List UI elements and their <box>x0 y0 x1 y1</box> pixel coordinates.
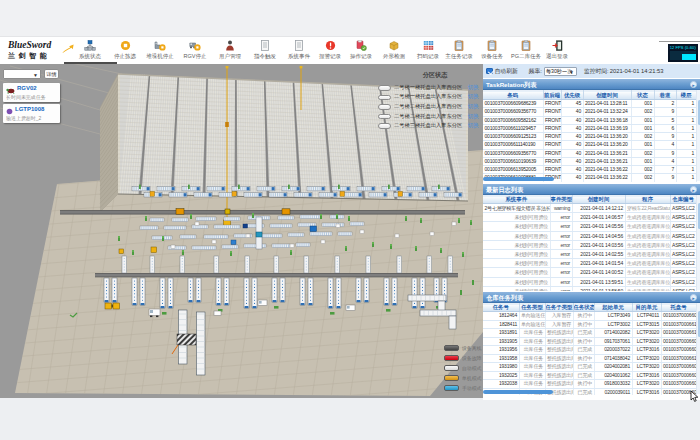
table-cell: 2021-04-01 13:36:20 <box>583 141 631 149</box>
auto-refresh-checkbox[interactable] <box>486 68 493 75</box>
zone-switch-link[interactable]: 切换 <box>468 113 479 121</box>
toolbar-item-15[interactable]: 退出登录 <box>535 39 579 64</box>
table-cell: 1932025 <box>483 371 519 380</box>
table-row[interactable]: 1931958出库任务整托拣选出库执行中0714038042LCTP302000… <box>483 354 696 363</box>
zone-toggle-pill[interactable] <box>378 114 391 120</box>
column-header[interactable]: 任务状态 <box>573 304 594 312</box>
device-alert-card[interactable]: LGTP1008输送上货超时_2 <box>3 104 60 123</box>
table-row[interactable]: 1931956出库任务整托拣选出库已完成0200037022LCTP301600… <box>483 346 696 355</box>
table-row[interactable]: 00100370006611140190FRONT402021-04-01 13… <box>483 141 696 149</box>
table-row[interactable]: 未找到可用货位error2021-04-01 14:05:56生成跨巷道调库库位… <box>483 222 696 231</box>
table-cell: ASRS,LC2 <box>670 259 696 268</box>
table-row[interactable]: 1931905出库任务整托拣选出库执行中0917037061LCTP302000… <box>483 337 696 346</box>
zone-switch-link[interactable]: 切换 <box>468 93 479 101</box>
zone-switch-link[interactable]: 切换 <box>468 122 479 130</box>
column-header[interactable]: 任务号 <box>483 304 519 312</box>
table-cell: 出库任务 <box>519 371 545 380</box>
column-header[interactable]: 优先级 <box>561 91 583 100</box>
table-row[interactable]: 1828411单向输送任务入库暂存执行中LCTP3002LCTP30150010… <box>483 320 696 329</box>
column-header[interactable]: 仓库编号 <box>670 196 696 204</box>
vertical-scrollbar[interactable] <box>696 195 700 290</box>
zone-switch-link[interactable]: 切换 <box>468 84 479 92</box>
table-row[interactable]: 00100370006609582162FRONT402021-04-01 13… <box>483 116 696 124</box>
chevron-down-icon: ▼ <box>569 69 574 76</box>
column-header[interactable]: 目的单元 <box>632 304 661 312</box>
table-row[interactable]: 00100370006613952005FRONT402021-04-01 13… <box>483 166 696 174</box>
column-header[interactable]: 托盘号 <box>661 304 696 312</box>
refresh-bar: 自动刷新 频率: 每30秒一次 ▼ 监控时间: 2021-04-01 14:21… <box>483 64 700 78</box>
column-header[interactable]: 前后端 <box>543 91 561 100</box>
table-row[interactable]: 1932038出库任务整托拣选出库执行中0918003032LCTP302000… <box>483 380 696 389</box>
collapse-arrow-icon[interactable]: ▸ <box>690 294 697 301</box>
table-row[interactable]: 1931891出库任务整托拣选出库已完成0714002082LCTP302000… <box>483 329 696 338</box>
table-head: 条码前后端优先级创建时间状态巷道楼层 <box>483 91 696 100</box>
table-row[interactable]: 未找到可用货位error2021-04-01 14:06:57生成跨巷道调库库位… <box>483 213 696 222</box>
zone-toggle-pill[interactable] <box>378 95 391 101</box>
table-row[interactable]: 00100370006609125123FRONT402021-04-01 13… <box>483 133 696 141</box>
zone-toggle-pill[interactable] <box>378 104 391 110</box>
table-cell: 2021-04-01 13:36:22 <box>583 174 631 182</box>
table-cell: 00100370006609356770 <box>483 108 543 116</box>
alert-message: 长时间未完成任务 <box>6 93 56 100</box>
column-header[interactable]: 系统事件 <box>483 196 550 204</box>
collapse-arrow-icon[interactable]: ▸ <box>690 186 697 193</box>
column-header[interactable]: 事件类型 <box>550 196 572 204</box>
column-header[interactable]: 创建时间 <box>583 91 631 100</box>
table-cell: 1931956 <box>483 346 519 355</box>
table-row[interactable]: 00100370006610190639FRONT402021-04-01 13… <box>483 157 696 165</box>
warehouse-3d-viewport[interactable]: ▼ 详情 RGV02长时间未完成任务LGTP1008输送上货超时_2 分区状态 … <box>0 64 483 398</box>
frequency-select[interactable]: 每30秒一次 ▼ <box>544 67 577 76</box>
fps-stats-panel[interactable]: 12 FPS (0-60) <box>668 44 698 62</box>
table-row[interactable]: 2号七层穿梭车报文错误 非法长度warning2021-04-01 14:12:… <box>483 204 696 213</box>
table-row[interactable]: 未找到可用货位error2021-04-01 14:02:55生成跨巷道调库库位… <box>483 250 696 259</box>
table-cell: 单向输送任务 <box>519 320 545 329</box>
zone-switch-link[interactable]: 切换 <box>468 103 479 111</box>
table-row[interactable]: 00100370006609686239FRONT452021-04-01 13… <box>483 100 696 108</box>
fps-stats-text: 12 FPS (0-60) <box>668 44 695 50</box>
device-filter-select[interactable]: ▼ <box>3 69 41 79</box>
table-cell: 出库任务 <box>519 363 545 372</box>
column-header[interactable]: 巷道 <box>654 91 676 100</box>
table-cell: 1 <box>676 108 696 116</box>
horizontal-scrollbar-thumb[interactable] <box>483 390 553 395</box>
column-header[interactable]: 状态 <box>631 91 654 100</box>
table-cell: ASRS,LC2 <box>670 204 696 213</box>
column-header[interactable]: 创建时间 <box>572 196 625 204</box>
device-alert-card[interactable]: RGV02长时间未完成任务 <box>3 83 60 102</box>
table-row[interactable]: 未找到可用货位error2021-04-01 14:04:56生成跨巷道调库库位… <box>483 231 696 240</box>
table-cell: 0200039011 <box>594 388 632 395</box>
collapse-arrow-icon[interactable]: ▸ <box>690 81 697 88</box>
vertical-scrollbar[interactable] <box>696 303 700 394</box>
table-row[interactable]: 00100370006609356770FRONT402021-04-01 13… <box>483 108 696 116</box>
mouse-cursor <box>690 388 699 406</box>
table-header-row: 系统事件事件类型创建时间程序仓库编号 <box>483 196 696 204</box>
table-row[interactable]: 未找到可用货位error2021-04-01 13:59:51生成跨巷道调库库位… <box>483 277 696 286</box>
column-header[interactable]: 条码 <box>483 91 543 100</box>
table-row[interactable]: 未找到可用货位error2021-04-01 14:00:52生成跨巷道调库库位… <box>483 268 696 277</box>
details-button[interactable]: 详情 <box>44 69 59 79</box>
zone-toggle-pill[interactable] <box>378 123 391 129</box>
column-header[interactable]: 任务类型 <box>519 304 545 312</box>
table-row[interactable]: 1932025出库任务整托拣选出库已完成0204001062LCTP301600… <box>483 371 696 380</box>
table-row[interactable]: 1812464单向输送任务入库暂存执行中LCTP3049LCTP40110010… <box>483 312 696 321</box>
table-cell: error <box>550 222 572 231</box>
column-header[interactable]: 楼层 <box>676 91 696 100</box>
horizontal-scrollbar-thumb[interactable] <box>483 177 554 182</box>
column-header[interactable]: 程序 <box>625 196 670 204</box>
zone-status-panel: 分区状态 二号楼一楼托盘出入库西分区切换二号楼一楼托盘出入库东分区切换二号楼二楼… <box>372 71 480 131</box>
table-row[interactable]: 00100370006611029457FRONT402021-04-01 13… <box>483 124 696 132</box>
table-title-bar-log: 最新日志列表▸ <box>483 184 700 195</box>
table-row[interactable]: 00100370006609356770FRONT402021-04-01 13… <box>483 149 696 157</box>
zone-toggle-pill[interactable] <box>378 85 391 91</box>
vertical-scrollbar[interactable] <box>696 90 700 181</box>
table-row[interactable]: 未找到可用货位error2021-04-01 14:03:56生成跨巷道调库库位… <box>483 240 696 249</box>
table-row[interactable]: 1931980出库任务整托拣选出库已完成0204002081LCTP302000… <box>483 363 696 372</box>
table-cell: 1812464 <box>483 312 519 321</box>
table-cell: 已完成 <box>573 346 594 355</box>
table-cell: 生成跨巷道调库库位任务失败 <box>625 240 670 249</box>
right-panel: 自动刷新 频率: 每30秒一次 ▼ 监控时间: 2021-04-01 14:21… <box>483 64 700 400</box>
table-row[interactable]: 未找到可用货位error2021-04-01 14:01:54生成跨巷道调库库位… <box>483 259 696 268</box>
table-row[interactable]: 未找到可用货位error2021-04-01 13:58:50生成跨巷道调库库位… <box>483 286 696 291</box>
column-header[interactable]: 任务子类型 <box>545 304 573 312</box>
column-header[interactable]: 起始单元 <box>594 304 632 312</box>
